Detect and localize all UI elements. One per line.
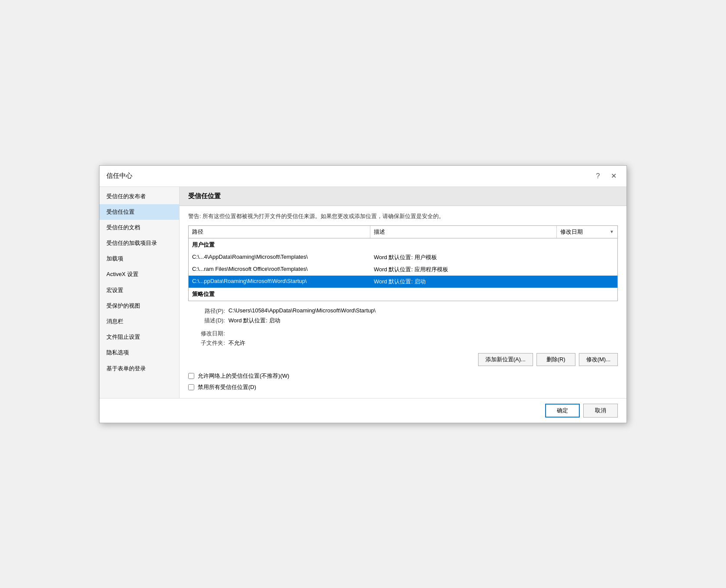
detail-section: 路径(P): C:\Users\10584\AppData\Roaming\Mi… xyxy=(188,307,618,347)
row-path: C:\...ram Files\Microsoft Office\root\Te… xyxy=(189,263,370,276)
help-button[interactable]: ? xyxy=(592,170,604,182)
disable-all-label: 禁用所有受信任位置(D) xyxy=(198,383,256,391)
col-description: 描述 xyxy=(370,226,557,238)
dialog-content: 受信任的发布者受信任位置受信任的文档受信任的加载项目录加载项ActiveX 设置… xyxy=(100,187,626,398)
sidebar-item-trusted-publishers[interactable]: 受信任的发布者 xyxy=(100,189,179,204)
policy-section-label: 策略位置 xyxy=(189,288,617,301)
warning-text: 警告: 所有这些位置都被视为打开文件的受信任来源。如果您更改或添加位置，请确保新… xyxy=(188,213,618,220)
col-modified: 修改日期 ▼ xyxy=(557,226,617,238)
table-body: 用户位置 C:\...4\AppData\Roaming\Microsoft\T… xyxy=(189,238,617,301)
path-value: C:\Users\10584\AppData\Roaming\Microsoft… xyxy=(228,307,618,315)
disable-all-checkbox-row[interactable]: 禁用所有受信任位置(D) xyxy=(188,383,618,391)
sidebar-item-message-bar[interactable]: 消息栏 xyxy=(100,314,179,329)
sidebar-item-addins[interactable]: 加载项 xyxy=(100,251,179,267)
user-section-label: 用户位置 xyxy=(189,238,617,251)
allow-network-checkbox[interactable] xyxy=(188,373,194,379)
modify-button[interactable]: 修改(M)... xyxy=(579,353,618,366)
description-value: Word 默认位置: 启动 xyxy=(228,317,618,325)
row-description: Word 默认位置: 应用程序模板 xyxy=(370,263,617,276)
path-label: 路径(P): xyxy=(188,307,225,315)
description-label: 描述(D): xyxy=(188,317,225,325)
close-button[interactable]: ✕ xyxy=(607,170,620,182)
sidebar: 受信任的发布者受信任位置受信任的文档受信任的加载项目录加载项ActiveX 设置… xyxy=(100,187,180,398)
section-header: 受信任位置 xyxy=(180,187,626,206)
table-row[interactable]: C:\...ppData\Roaming\Microsoft\Word\Star… xyxy=(189,276,617,288)
delete-button[interactable]: 删除(R) xyxy=(536,353,575,366)
sidebar-item-macro-settings[interactable]: 宏设置 xyxy=(100,283,179,298)
main-body: 警告: 所有这些位置都被视为打开文件的受信任来源。如果您更改或添加位置，请确保新… xyxy=(180,206,626,398)
modified-label: 修改日期: xyxy=(188,330,225,337)
sort-arrow-icon: ▼ xyxy=(610,229,614,234)
locations-table: 路径 描述 修改日期 ▼ 用户位置 C:\...4\AppData\Roamin… xyxy=(188,225,618,301)
row-description: Word 默认位置: 用户模板 xyxy=(370,251,617,263)
checkboxes: 允许网络上的受信任位置(不推荐)(W) 禁用所有受信任位置(D) xyxy=(188,372,618,391)
table-row[interactable]: C:\...4\AppData\Roaming\Microsoft\Templa… xyxy=(189,251,617,263)
table-row[interactable]: C:\...ram Files\Microsoft Office\root\Te… xyxy=(189,263,617,276)
subfolder-value: 不允许 xyxy=(228,339,618,347)
sidebar-item-activex-settings[interactable]: ActiveX 设置 xyxy=(100,267,179,282)
sidebar-item-protected-view[interactable]: 受保护的视图 xyxy=(100,298,179,314)
footer: 确定 取消 xyxy=(100,398,626,423)
row-path: C:\...4\AppData\Roaming\Microsoft\Templa… xyxy=(189,251,370,263)
action-buttons: 添加新位置(A)... 删除(R) 修改(M)... xyxy=(188,353,618,366)
modified-value xyxy=(228,330,618,337)
sidebar-item-privacy-options[interactable]: 隐私选项 xyxy=(100,345,179,360)
sidebar-item-trusted-locations[interactable]: 受信任位置 xyxy=(100,204,179,220)
sidebar-item-trusted-addins-catalog[interactable]: 受信任的加载项目录 xyxy=(100,235,179,251)
allow-network-checkbox-row[interactable]: 允许网络上的受信任位置(不推荐)(W) xyxy=(188,372,618,380)
dialog-title: 信任中心 xyxy=(106,172,132,180)
cancel-button[interactable]: 取消 xyxy=(583,404,618,418)
row-description: Word 默认位置: 启动 xyxy=(370,276,617,288)
title-bar-controls: ? ✕ xyxy=(592,170,620,182)
sidebar-item-form-based-login[interactable]: 基于表单的登录 xyxy=(100,361,179,376)
subfolder-label: 子文件夹: xyxy=(188,339,225,347)
disable-all-checkbox[interactable] xyxy=(188,384,194,390)
sidebar-item-file-block-settings[interactable]: 文件阻止设置 xyxy=(100,329,179,345)
main-panel: 受信任位置 警告: 所有这些位置都被视为打开文件的受信任来源。如果您更改或添加位… xyxy=(180,187,626,398)
row-path: C:\...ppData\Roaming\Microsoft\Word\Star… xyxy=(189,276,370,288)
add-location-button[interactable]: 添加新位置(A)... xyxy=(478,353,533,366)
allow-network-label: 允许网络上的受信任位置(不推荐)(W) xyxy=(198,372,289,380)
ok-button[interactable]: 确定 xyxy=(545,404,580,418)
section-title: 受信任位置 xyxy=(188,192,221,199)
table-header: 路径 描述 修改日期 ▼ xyxy=(189,226,617,238)
sidebar-item-trusted-documents[interactable]: 受信任的文档 xyxy=(100,220,179,235)
title-bar: 信任中心 ? ✕ xyxy=(100,166,626,187)
col-path: 路径 xyxy=(189,226,370,238)
trust-center-dialog: 信任中心 ? ✕ 受信任的发布者受信任位置受信任的文档受信任的加载项目录加载项A… xyxy=(99,165,627,423)
